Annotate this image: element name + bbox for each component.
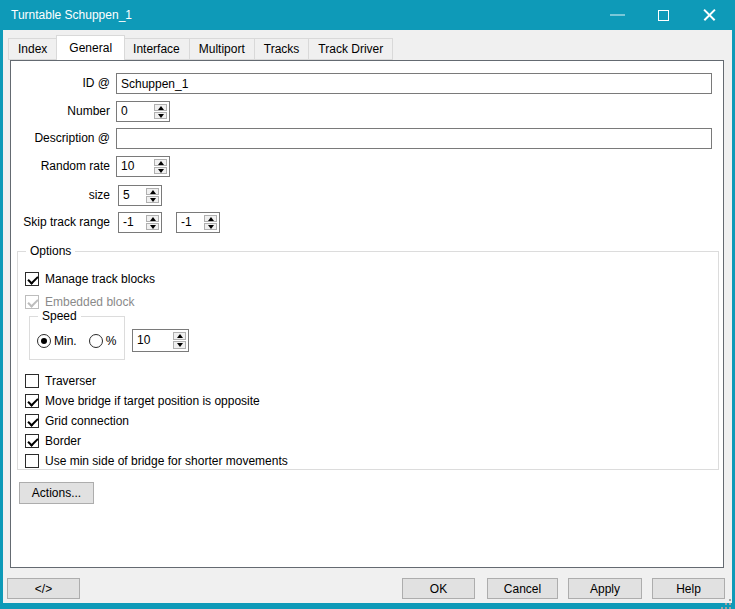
maximize-button[interactable]	[640, 0, 686, 30]
skip-track-range-from-spinner: -1	[118, 212, 162, 233]
minimize-icon	[610, 14, 625, 16]
checkbox-icon	[25, 272, 39, 286]
checkbox-icon	[25, 374, 39, 388]
window-title: Turntable Schuppen_1	[11, 0, 132, 30]
skip-track-range-to-value[interactable]: -1	[177, 213, 202, 232]
down-arrow-icon	[177, 343, 183, 347]
down-arrow-icon	[150, 225, 156, 229]
id-input[interactable]	[116, 73, 712, 94]
checkbox-move-bridge[interactable]: Move bridge if target position is opposi…	[25, 393, 260, 409]
cancel-button[interactable]: Cancel	[487, 578, 558, 599]
options-groupbox-title: Options	[26, 244, 75, 259]
checkbox-label: Manage track blocks	[45, 272, 155, 286]
down-arrow-icon	[208, 225, 214, 229]
window-border-bottom	[0, 603, 735, 609]
skip-to-spin-down-button[interactable]	[204, 223, 217, 230]
down-arrow-icon	[150, 198, 156, 202]
checkbox-label: Grid connection	[45, 414, 129, 428]
tab-bar: Index General Interface Multiport Tracks…	[8, 35, 393, 60]
window-border-left	[0, 30, 3, 609]
size-label: size	[11, 185, 110, 206]
number-label: Number	[11, 101, 110, 122]
skip-to-spin-up-button[interactable]	[204, 215, 217, 222]
skip-track-range-label: Skip track range	[11, 212, 110, 233]
radio-speed-percent-label: %	[106, 334, 117, 348]
general-tab-panel: ID @ Number 0 Description @ Random rate …	[10, 60, 724, 568]
size-spin-up-button[interactable]	[146, 188, 159, 195]
down-arrow-icon	[158, 169, 164, 173]
radio-speed-percent[interactable]	[89, 334, 103, 348]
skip-track-range-from-value[interactable]: -1	[119, 213, 144, 232]
skip-from-spin-up-button[interactable]	[146, 215, 159, 222]
up-arrow-icon	[150, 190, 156, 194]
tab-multiport[interactable]: Multiport	[190, 38, 255, 60]
checkbox-icon	[25, 414, 39, 428]
ok-button[interactable]: OK	[402, 578, 475, 599]
up-arrow-icon	[177, 334, 183, 338]
titlebar[interactable]: Turntable Schuppen_1	[0, 0, 735, 30]
resize-grip[interactable]	[729, 599, 731, 601]
description-label: Description @	[11, 128, 110, 149]
number-spinner: 0	[116, 101, 170, 122]
number-spin-down-button[interactable]	[154, 112, 167, 119]
speed-groupbox-title: Speed	[38, 309, 81, 324]
minimize-button[interactable]	[594, 0, 640, 30]
checkbox-grid-connection[interactable]: Grid connection	[25, 413, 129, 429]
up-arrow-icon	[150, 217, 156, 221]
size-spinner: 5	[118, 185, 162, 206]
skip-from-spin-down-button[interactable]	[146, 223, 159, 230]
close-icon	[702, 8, 717, 23]
size-spinner-value[interactable]: 5	[119, 186, 144, 205]
close-button[interactable]	[686, 0, 732, 30]
tab-tracks[interactable]: Tracks	[255, 38, 310, 60]
checkbox-icon	[25, 394, 39, 408]
maximize-icon	[658, 10, 669, 21]
number-spinner-value[interactable]: 0	[117, 102, 152, 121]
checkbox-label: Move bridge if target position is opposi…	[45, 394, 260, 408]
help-button[interactable]: Help	[652, 578, 725, 599]
checkbox-icon	[25, 295, 39, 309]
speed-spin-up-button[interactable]	[173, 332, 186, 340]
up-arrow-icon	[158, 161, 164, 165]
random-rate-label: Random rate	[11, 156, 110, 177]
up-arrow-icon	[158, 106, 164, 110]
speed-spin-down-button[interactable]	[173, 341, 186, 349]
random-rate-spin-down-button[interactable]	[154, 167, 167, 174]
speed-spinner: 10	[132, 329, 189, 352]
checkbox-traverser[interactable]: Traverser	[25, 373, 96, 389]
code-view-button[interactable]: </>	[7, 578, 80, 599]
checkbox-use-min-side[interactable]: Use min side of bridge for shorter movem…	[25, 453, 288, 469]
apply-button[interactable]: Apply	[568, 578, 642, 599]
dialog-window: Turntable Schuppen_1 Index General Inter…	[0, 0, 735, 609]
down-arrow-icon	[158, 114, 164, 118]
random-rate-spinner-value[interactable]: 10	[117, 157, 152, 176]
number-spin-up-button[interactable]	[154, 104, 167, 111]
id-label: ID @	[11, 73, 110, 94]
speed-spinner-value[interactable]: 10	[133, 330, 171, 351]
checkbox-manage-track-blocks[interactable]: Manage track blocks	[25, 271, 155, 287]
checkbox-icon	[25, 434, 39, 448]
checkbox-embedded-block: Embedded block	[25, 294, 134, 310]
tab-interface[interactable]: Interface	[124, 38, 190, 60]
radio-speed-min[interactable]	[37, 334, 51, 348]
skip-track-range-to-spinner: -1	[176, 212, 220, 233]
checkbox-icon	[25, 454, 39, 468]
checkbox-label: Border	[45, 434, 81, 448]
checkbox-label: Embedded block	[45, 295, 134, 309]
size-spin-down-button[interactable]	[146, 196, 159, 203]
speed-groupbox: Speed Min. %	[29, 316, 125, 360]
radio-speed-min-label: Min.	[54, 334, 77, 348]
tab-track-driver[interactable]: Track Driver	[309, 38, 393, 60]
random-rate-spinner: 10	[116, 156, 170, 177]
tab-general[interactable]: General	[56, 35, 125, 60]
description-input[interactable]	[116, 128, 712, 149]
checkbox-label: Use min side of bridge for shorter movem…	[45, 454, 288, 468]
tab-index[interactable]: Index	[8, 38, 57, 60]
checkbox-border[interactable]: Border	[25, 433, 81, 449]
random-rate-spin-up-button[interactable]	[154, 159, 167, 166]
checkbox-label: Traverser	[45, 374, 96, 388]
actions-button[interactable]: Actions...	[19, 482, 94, 504]
up-arrow-icon	[208, 217, 214, 221]
